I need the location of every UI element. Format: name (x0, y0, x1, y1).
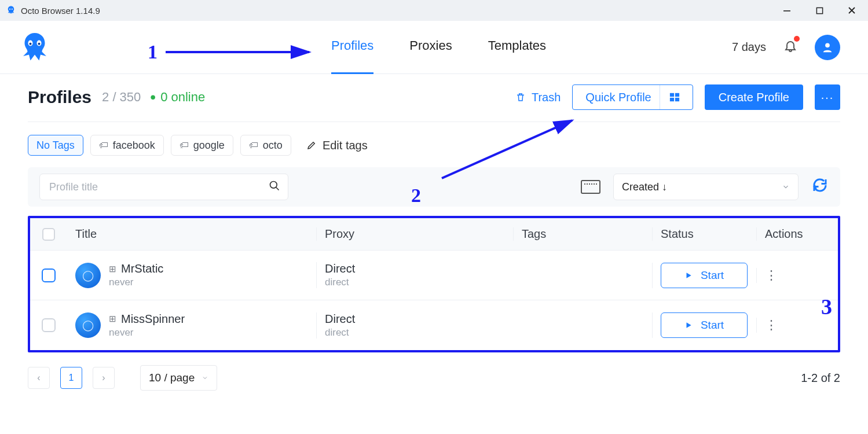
row-checkbox[interactable] (42, 269, 56, 282)
tag-google[interactable]: 🏷google (171, 135, 233, 156)
profile-sub: never (109, 327, 185, 339)
window-maximize-button[interactable] (803, 0, 836, 21)
tag-facebook[interactable]: 🏷facebook (90, 135, 164, 156)
titlebar: Octo Browser 1.14.9 (0, 0, 868, 21)
tag-label: google (193, 139, 225, 152)
pencil-icon (306, 140, 317, 150)
window-minimize-button[interactable] (771, 0, 803, 21)
profile-name: MrStatic (121, 262, 163, 275)
select-all-checkbox[interactable] (42, 228, 55, 241)
search-input[interactable] (39, 174, 288, 200)
bell-icon[interactable] (783, 38, 797, 57)
nav: Profiles Proxies Templates (331, 38, 546, 57)
app-icon (6, 5, 16, 16)
header-title: Title (67, 227, 316, 241)
svg-rect-2 (783, 10, 790, 12)
header: Profiles Proxies Templates 7 days (0, 21, 868, 74)
windows-icon (660, 85, 680, 109)
create-profile-button[interactable]: Create Profile (705, 84, 803, 110)
nav-profiles[interactable]: Profiles (331, 38, 373, 57)
window-close-button[interactable] (836, 0, 868, 21)
notification-dot (794, 36, 800, 42)
proxy-sub: direct (325, 277, 505, 288)
proxy-type: Direct (325, 312, 505, 326)
tag-no-tags[interactable]: No Tags (28, 135, 83, 156)
svg-point-0 (9, 9, 10, 10)
nav-proxies[interactable]: Proxies (409, 38, 452, 57)
window-title: Octo Browser 1.14.9 (21, 6, 100, 16)
tag-label: facebook (113, 139, 155, 152)
svg-rect-9 (670, 93, 674, 97)
proxy-type: Direct (325, 262, 505, 275)
refresh-icon[interactable] (811, 176, 829, 197)
svg-rect-11 (670, 98, 674, 101)
sort-label: Created ↓ (622, 181, 667, 193)
header-tags: Tags (513, 227, 652, 241)
row-checkbox[interactable] (42, 318, 56, 332)
chevron-down-icon (202, 374, 208, 381)
svg-rect-10 (675, 93, 679, 97)
svg-rect-3 (816, 8, 822, 13)
tag-label: octo (263, 139, 283, 152)
search-icon[interactable] (269, 180, 280, 194)
start-button[interactable]: Start (661, 312, 748, 338)
start-label: Start (701, 269, 724, 282)
header-actions: Actions (756, 227, 838, 241)
sort-select[interactable]: Created ↓ (613, 174, 799, 200)
app-logo (16, 29, 53, 66)
windows-icon: ⊞ (109, 314, 116, 324)
profile-sub: never (109, 277, 163, 288)
chevron-down-icon (782, 183, 790, 191)
filter-bar: Created ↓ (28, 167, 840, 207)
profiles-table: Title Proxy Tags Status Actions ◯ ⊞MrSta… (28, 216, 840, 352)
page-size-label: 10 / page (149, 372, 195, 384)
edit-tags-link[interactable]: Edit tags (306, 139, 368, 152)
nav-templates[interactable]: Templates (488, 38, 546, 57)
trash-link[interactable]: Trash (515, 91, 561, 104)
play-icon (684, 271, 693, 279)
prev-page-button[interactable]: ‹ (28, 367, 50, 389)
profile-icon: ◯ (75, 263, 101, 288)
svg-point-13 (270, 182, 277, 189)
row-menu-icon[interactable]: ⋮ (765, 318, 778, 333)
window-controls (771, 0, 868, 21)
page-head: Profiles 2 / 350 0 online Trash Quick Pr… (28, 84, 840, 122)
quick-profile-label: Quick Profile (585, 91, 651, 104)
page-number[interactable]: 1 (60, 367, 82, 389)
play-icon (684, 321, 693, 329)
tag-octo[interactable]: 🏷octo (240, 135, 291, 156)
table-header: Title Proxy Tags Status Actions (30, 218, 838, 251)
page-title: Profiles (28, 87, 91, 107)
svg-rect-12 (675, 98, 679, 101)
svg-point-7 (38, 42, 41, 45)
tags-row: No Tags 🏷facebook 🏷google 🏷octo Edit tag… (28, 122, 840, 156)
page-size-select[interactable]: 10 / page (140, 365, 217, 391)
table-row: ◯ ⊞MrStatic never Direct direct Start (30, 251, 838, 300)
tag-icon: 🏷 (249, 140, 258, 150)
quick-profile-button[interactable]: Quick Profile (572, 84, 693, 110)
header-proxy: Proxy (316, 227, 513, 241)
days-remaining: 7 days (732, 41, 766, 54)
pagination-range: 1-2 of 2 (801, 372, 840, 385)
svg-point-6 (30, 42, 32, 45)
row-menu-icon[interactable]: ⋮ (765, 268, 778, 283)
windows-icon: ⊞ (109, 264, 116, 274)
profile-count: 2 / 350 (102, 90, 141, 105)
start-button[interactable]: Start (661, 263, 748, 288)
keyboard-icon[interactable] (581, 180, 600, 194)
header-status: Status (652, 227, 756, 241)
avatar[interactable] (815, 35, 840, 60)
svg-point-8 (825, 43, 830, 47)
profile-name: MissSpinner (121, 312, 185, 326)
edit-tags-label: Edit tags (323, 139, 368, 152)
online-status: 0 online (150, 90, 205, 105)
tag-icon: 🏷 (180, 140, 189, 150)
table-row: ◯ ⊞MissSpinner never Direct direct Start (30, 300, 838, 350)
pagination: ‹ 1 › 10 / page 1-2 of 2 (28, 352, 840, 403)
next-page-button[interactable]: › (93, 367, 115, 389)
proxy-sub: direct (325, 327, 505, 339)
tag-icon: 🏷 (99, 140, 108, 150)
trash-label: Trash (532, 91, 561, 104)
more-actions-button[interactable]: ··· (815, 84, 840, 110)
svg-point-1 (12, 9, 13, 10)
